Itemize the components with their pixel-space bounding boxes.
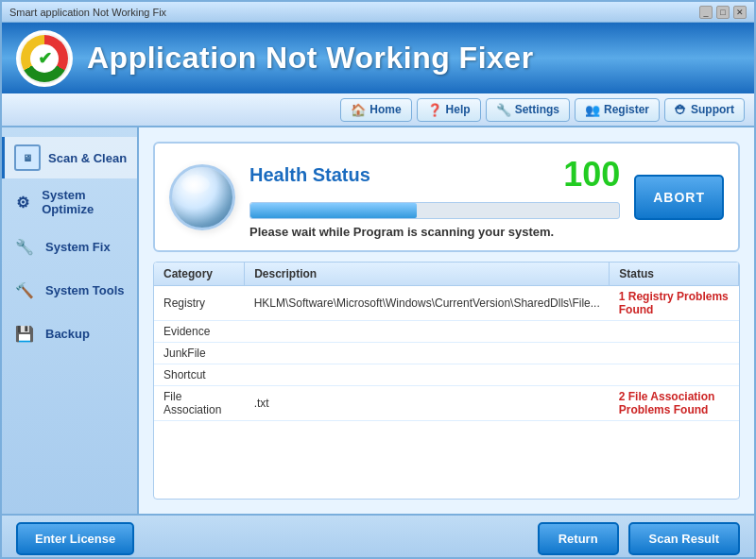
nav-bar: 🏠 Home ❓ Help 🔧 Settings 👥 Register ⛑ Su… (2, 93, 754, 127)
settings-button[interactable]: 🔧 Settings (486, 98, 570, 122)
sidebar-label-backup: Backup (45, 327, 90, 341)
footer-right-buttons: Return Scan Result (538, 522, 740, 555)
home-label: Home (369, 103, 401, 116)
help-icon: ❓ (427, 103, 442, 117)
close-button[interactable]: ✕ (733, 6, 747, 19)
table-cell-category: Shortcut (154, 364, 245, 386)
table-row: RegistryHKLM\Software\Microsoft\Windows\… (154, 286, 739, 321)
abort-button[interactable]: ABORT (634, 175, 724, 220)
sidebar: 🖥 Scan & Clean ⚙ System Optimize 🔧 Syste… (2, 127, 139, 514)
table-cell-description: .txt (245, 386, 610, 421)
settings-icon: 🔧 (496, 103, 511, 117)
health-title-row: Health Status 100 (249, 155, 620, 195)
sidebar-item-scan-clean[interactable]: 🖥 Scan & Clean (2, 137, 137, 178)
sidebar-label-system-fix: System Fix (45, 240, 111, 254)
sidebar-item-system-fix[interactable]: 🔧 System Fix (2, 226, 137, 267)
col-header-category: Category (154, 263, 245, 286)
support-label: Support (691, 103, 734, 116)
health-info: Health Status 100 Please wait while Prog… (249, 155, 620, 239)
health-message: Please wait while Program is scanning yo… (249, 225, 620, 239)
table-cell-description (245, 343, 610, 364)
settings-label: Settings (515, 103, 559, 116)
support-icon: ⛑ (675, 103, 687, 117)
app-logo: ✔ (16, 30, 73, 87)
help-button[interactable]: ❓ Help (417, 98, 481, 122)
scan-clean-icon: 🖥 (14, 144, 41, 171)
register-button[interactable]: 👥 Register (575, 98, 660, 122)
col-header-description: Description (245, 263, 610, 286)
return-button[interactable]: Return (538, 522, 619, 555)
sidebar-item-system-tools[interactable]: 🔨 System Tools (2, 269, 137, 311)
home-button[interactable]: 🏠 Home (340, 98, 411, 122)
system-tools-icon: 🔨 (11, 277, 38, 303)
help-label: Help (446, 103, 471, 116)
table-cell-status (610, 364, 739, 386)
results-table: Category Description Status RegistryHKLM… (154, 263, 739, 421)
table-row: JunkFile (154, 343, 739, 364)
sphere-shine (181, 175, 210, 194)
logo-inner: ✔ (30, 44, 59, 73)
col-header-status: Status (610, 263, 739, 286)
minimize-button[interactable]: _ (699, 6, 713, 19)
system-fix-icon: 🔧 (11, 233, 38, 260)
register-icon: 👥 (585, 103, 600, 117)
table-row: Evidence (154, 321, 739, 343)
title-bar: Smart application Not Working Fix _ □ ✕ (2, 2, 754, 23)
table-cell-category: JunkFile (154, 343, 245, 364)
scan-result-button[interactable]: Scan Result (628, 522, 740, 555)
enter-license-button[interactable]: Enter License (16, 522, 134, 555)
table-header-row: Category Description Status (154, 263, 739, 286)
table-cell-category: Registry (154, 286, 245, 321)
title-bar-text: Smart application Not Working Fix (9, 7, 166, 18)
table-cell-status: 1 Registry Problems Found (610, 286, 739, 321)
checkmark-icon: ✔ (38, 48, 52, 69)
system-optimize-icon: ⚙ (11, 189, 34, 215)
table-cell-status (610, 321, 739, 343)
table-cell-category: File Association (154, 386, 245, 421)
main-content: Health Status 100 Please wait while Prog… (139, 127, 754, 514)
health-panel: Health Status 100 Please wait while Prog… (153, 142, 740, 252)
app-header: ✔ Application Not Working Fixer (2, 23, 754, 93)
support-button[interactable]: ⛑ Support (664, 98, 745, 122)
sidebar-item-system-optimize[interactable]: ⚙ System Optimize (2, 180, 137, 224)
main-layout: 🖥 Scan & Clean ⚙ System Optimize 🔧 Syste… (2, 127, 754, 514)
home-icon: 🏠 (351, 103, 366, 117)
table-row: File Association.txt2 File Association P… (154, 386, 739, 421)
table-cell-category: Evidence (154, 321, 245, 343)
maximize-button[interactable]: □ (716, 6, 730, 19)
results-table-wrap: Category Description Status RegistryHKLM… (153, 262, 740, 500)
table-cell-status (610, 343, 739, 364)
sidebar-label-system-optimize: System Optimize (42, 188, 128, 216)
table-cell-description (245, 321, 610, 343)
register-label: Register (604, 103, 649, 116)
sidebar-label-scan-clean: Scan & Clean (48, 151, 127, 165)
backup-icon: 💾 (11, 320, 38, 347)
health-score: 100 (563, 155, 620, 195)
table-cell-status: 2 File Association Problems Found (610, 386, 739, 421)
sidebar-label-system-tools: System Tools (45, 283, 125, 297)
table-cell-description: HKLM\Software\Microsoft\Windows\CurrentV… (245, 286, 610, 321)
app-title: Application Not Working Fixer (87, 41, 534, 76)
health-sphere (169, 164, 235, 230)
health-status-title: Health Status (249, 164, 370, 186)
logo-checkmark: ✔ (21, 35, 68, 82)
table-row: Shortcut (154, 364, 739, 386)
footer: Enter License Return Scan Result (2, 514, 754, 559)
progress-bar-fill (250, 203, 417, 218)
title-bar-controls: _ □ ✕ (699, 6, 747, 19)
progress-bar (249, 202, 620, 219)
sidebar-item-backup[interactable]: 💾 Backup (2, 313, 137, 354)
table-cell-description (245, 364, 610, 386)
